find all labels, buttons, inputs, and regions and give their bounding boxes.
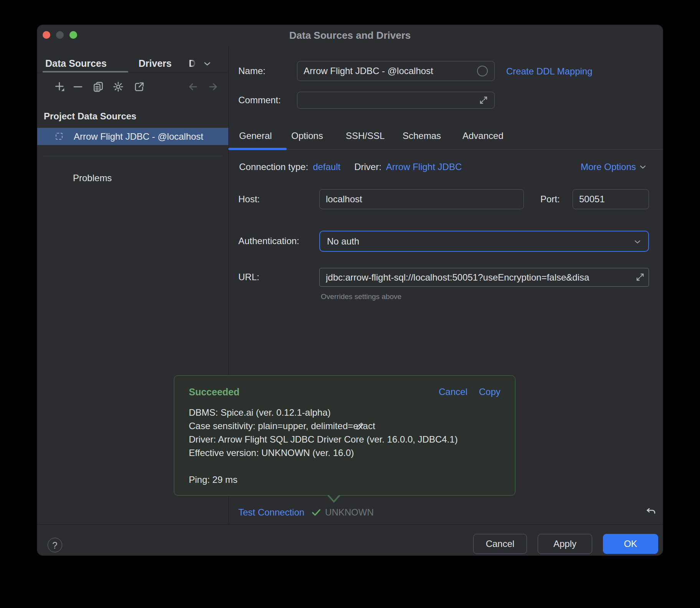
help-icon[interactable]: ?: [48, 538, 62, 552]
tabstrip-divider: [37, 73, 228, 73]
tab-ssh-ssl[interactable]: SSH/SSL: [346, 131, 385, 141]
sidebar-item-problems[interactable]: Problems: [73, 173, 112, 183]
connection-type-row: Connection type: default Driver: Arrow F…: [239, 162, 462, 172]
popup-line-version: Effective version: UNKNOWN (ver. 16.0): [189, 446, 354, 459]
tabs-divider: [228, 149, 663, 150]
export-icon[interactable]: [134, 81, 145, 93]
tab-options[interactable]: Options: [291, 131, 323, 141]
test-connection-status: UNKNOWN: [325, 507, 374, 518]
test-connection-link[interactable]: Test Connection: [238, 507, 304, 518]
duplicate-icon[interactable]: [92, 81, 104, 93]
checkmark-icon: [310, 507, 322, 518]
popup-cancel-link[interactable]: Cancel: [439, 387, 467, 397]
authentication-label: Authentication:: [238, 236, 299, 246]
tab-data-sources[interactable]: Data Sources: [45, 58, 107, 69]
url-hint: Overrides settings above: [321, 292, 401, 301]
port-label: Port:: [540, 194, 560, 204]
test-connection-row: Test Connection UNKNOWN: [238, 507, 374, 518]
back-arrow-icon[interactable]: [187, 81, 199, 93]
sidebar-divider: [43, 156, 222, 156]
comment-label: Comment:: [238, 95, 281, 105]
remove-icon[interactable]: [72, 81, 84, 93]
data-source-icon: [56, 133, 63, 140]
chevron-down-icon[interactable]: [202, 59, 212, 69]
host-input[interactable]: [319, 189, 524, 209]
popup-tail-fill: [328, 494, 340, 501]
expand-icon[interactable]: [635, 272, 645, 282]
data-source-label: Arrow Flight JDBC - @localhost: [74, 131, 203, 142]
popup-status: Succeeded: [189, 387, 239, 398]
popup-line-dbms-text: DBMS: Spice.ai (ver. 0.12.1-alpha): [189, 406, 331, 419]
project-data-sources-header: Project Data Sources: [44, 111, 136, 122]
gear-icon[interactable]: [112, 81, 124, 93]
port-input[interactable]: [573, 189, 649, 209]
connection-type-label: Connection type:: [239, 162, 308, 172]
driver-label: Driver:: [354, 162, 381, 172]
apply-button[interactable]: Apply: [538, 534, 592, 554]
tab-drivers[interactable]: Drivers: [139, 58, 172, 69]
authentication-value: No auth: [327, 236, 359, 247]
add-icon[interactable]: [54, 81, 66, 93]
popup-line-ping: Ping: 29 ms: [189, 473, 238, 486]
progress-circle-icon: [477, 66, 488, 76]
more-options-link[interactable]: More Options: [581, 162, 636, 172]
name-input[interactable]: [297, 61, 495, 81]
url-label: URL:: [238, 272, 259, 282]
popup-line-dbms: DBMS: Spice.ai (ver. 0.12.1-alpha): [189, 406, 345, 419]
url-input[interactable]: [319, 268, 649, 287]
footer-divider: [37, 524, 663, 525]
expand-icon[interactable]: [479, 95, 489, 105]
tab-general[interactable]: General: [239, 131, 272, 141]
tab-schemas[interactable]: Schemas: [403, 131, 441, 141]
chevron-down-icon: [638, 162, 647, 172]
comment-input[interactable]: [297, 92, 495, 109]
chevron-down-icon: [633, 237, 642, 246]
popup-copy-link[interactable]: Copy: [479, 387, 500, 397]
dialog-title: Data Sources and Drivers: [37, 30, 663, 41]
test-connection-popup: Succeeded Cancel Copy DBMS: Spice.ai (ve…: [174, 375, 515, 496]
pencil-icon[interactable]: [335, 407, 345, 418]
tab-advanced[interactable]: Advanced: [462, 131, 504, 141]
ok-button[interactable]: OK: [603, 534, 658, 554]
data-sources-dialog: Data Sources and Drivers Data Sources Dr…: [37, 25, 663, 556]
popup-line-case: Case sensitivity: plain=upper, delimited…: [189, 419, 375, 433]
popup-line-driver: Driver: Arrow Flight SQL JDBC Driver Cor…: [189, 433, 458, 446]
driver-value-link[interactable]: Arrow Flight JDBC: [386, 162, 462, 172]
cancel-button[interactable]: Cancel: [473, 534, 527, 554]
host-label: Host:: [238, 194, 260, 204]
undo-icon[interactable]: [645, 506, 657, 517]
more-options[interactable]: More Options: [581, 162, 647, 172]
name-label: Name:: [238, 66, 266, 76]
create-ddl-mapping-link[interactable]: Create DDL Mapping: [506, 66, 593, 77]
active-tab-underline: [228, 148, 287, 150]
authentication-select[interactable]: No auth: [319, 231, 649, 252]
forward-arrow-icon[interactable]: [207, 81, 219, 93]
tab-ddl-truncated[interactable]: D: [189, 58, 196, 69]
data-source-item[interactable]: Arrow Flight JDBC - @localhost: [37, 128, 228, 145]
connection-type-value[interactable]: default: [313, 162, 340, 172]
